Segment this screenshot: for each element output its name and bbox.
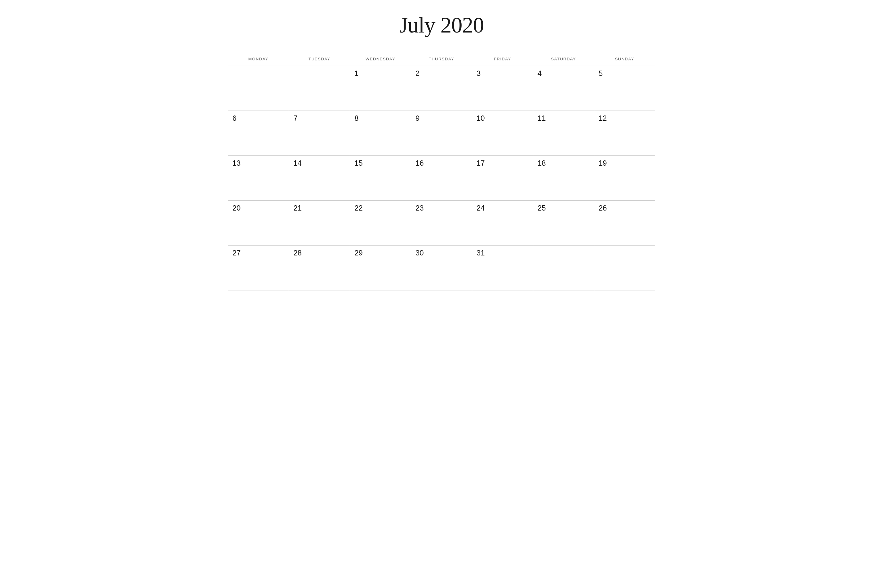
calendar-cell-1-6: 4 <box>533 66 594 111</box>
calendar-cell-4-5: 24 <box>472 201 533 246</box>
day-header-monday: MONDAY <box>228 54 289 66</box>
day-number: 13 <box>232 159 241 167</box>
calendar-cell-5-3: 29 <box>350 246 411 291</box>
day-number: 7 <box>293 114 298 122</box>
day-header-wednesday: WEDNESDAY <box>350 54 411 66</box>
calendar-cell-5-2: 28 <box>289 246 350 291</box>
calendar-cell-2-2: 7 <box>289 111 350 156</box>
day-number: 26 <box>599 204 607 212</box>
calendar-cell-5-7 <box>594 246 655 291</box>
day-number: 28 <box>293 249 302 257</box>
calendar-cell-4-2: 21 <box>289 201 350 246</box>
calendar-cell-3-2: 14 <box>289 156 350 201</box>
calendar-cell-4-6: 25 <box>533 201 594 246</box>
calendar-cell-1-2 <box>289 66 350 111</box>
calendar-week-row-1: 12345 <box>228 66 655 111</box>
day-number: 20 <box>232 204 241 212</box>
calendar-cell-2-5: 10 <box>472 111 533 156</box>
calendar-grid: MONDAYTUESDAYWEDNESDAYTHURSDAYFRIDAYSATU… <box>228 54 655 335</box>
day-number: 3 <box>477 69 481 77</box>
calendar-week-row-4: 20212223242526 <box>228 201 655 246</box>
calendar-cell-3-3: 15 <box>350 156 411 201</box>
calendar-cell-6-4 <box>411 291 472 335</box>
calendar-cell-6-1 <box>228 291 289 335</box>
calendar-cell-3-1: 13 <box>228 156 289 201</box>
day-number: 5 <box>599 69 603 77</box>
calendar-cell-5-5: 31 <box>472 246 533 291</box>
day-number: 31 <box>477 249 485 257</box>
calendar-week-row-5: 2728293031 <box>228 246 655 291</box>
calendar-cell-5-4: 30 <box>411 246 472 291</box>
calendar-cell-2-7: 12 <box>594 111 655 156</box>
calendar-cell-6-3 <box>350 291 411 335</box>
calendar-cell-3-6: 18 <box>533 156 594 201</box>
calendar-cell-3-5: 17 <box>472 156 533 201</box>
day-number: 14 <box>293 159 302 167</box>
calendar-cell-1-4: 2 <box>411 66 472 111</box>
day-header-thursday: THURSDAY <box>411 54 472 66</box>
calendar-cell-6-5 <box>472 291 533 335</box>
calendar-week-row-3: 13141516171819 <box>228 156 655 201</box>
calendar-week-row-2: 6789101112 <box>228 111 655 156</box>
day-headers-row: MONDAYTUESDAYWEDNESDAYTHURSDAYFRIDAYSATU… <box>228 54 655 66</box>
day-number: 18 <box>537 159 546 167</box>
day-number: 30 <box>415 249 424 257</box>
day-number: 17 <box>477 159 485 167</box>
calendar-cell-2-6: 11 <box>533 111 594 156</box>
calendar-cell-1-7: 5 <box>594 66 655 111</box>
calendar-container: MONDAYTUESDAYWEDNESDAYTHURSDAYFRIDAYSATU… <box>228 54 655 335</box>
calendar-cell-6-6 <box>533 291 594 335</box>
calendar-cell-4-1: 20 <box>228 201 289 246</box>
calendar-title: July 2020 <box>399 12 484 38</box>
day-number: 11 <box>537 114 546 122</box>
day-number: 24 <box>477 204 485 212</box>
day-header-saturday: SATURDAY <box>533 54 594 66</box>
calendar-cell-1-5: 3 <box>472 66 533 111</box>
calendar-cell-3-7: 19 <box>594 156 655 201</box>
calendar-cell-4-7: 26 <box>594 201 655 246</box>
calendar-cell-6-2 <box>289 291 350 335</box>
calendar-cell-3-4: 16 <box>411 156 472 201</box>
calendar-cell-5-1: 27 <box>228 246 289 291</box>
day-header-sunday: SUNDAY <box>594 54 655 66</box>
day-number: 4 <box>537 69 542 77</box>
day-number: 15 <box>355 159 363 167</box>
day-number: 25 <box>537 204 546 212</box>
calendar-body: 1234567891011121314151617181920212223242… <box>228 66 655 335</box>
day-number: 27 <box>232 249 241 257</box>
day-number: 6 <box>232 114 236 122</box>
day-number: 8 <box>355 114 358 122</box>
day-number: 16 <box>415 159 424 167</box>
day-number: 19 <box>599 159 607 167</box>
day-header-friday: FRIDAY <box>472 54 533 66</box>
day-number: 12 <box>599 114 607 122</box>
calendar-cell-2-4: 9 <box>411 111 472 156</box>
calendar-cell-4-3: 22 <box>350 201 411 246</box>
calendar-cell-5-6 <box>533 246 594 291</box>
day-number: 29 <box>355 249 363 257</box>
day-number: 9 <box>415 114 420 122</box>
calendar-cell-4-4: 23 <box>411 201 472 246</box>
day-number: 21 <box>293 204 302 212</box>
day-number: 2 <box>415 69 420 77</box>
calendar-cell-1-3: 1 <box>350 66 411 111</box>
day-number: 1 <box>355 69 358 77</box>
calendar-cell-2-3: 8 <box>350 111 411 156</box>
calendar-week-row-6 <box>228 291 655 335</box>
day-header-tuesday: TUESDAY <box>289 54 350 66</box>
day-number: 10 <box>477 114 485 122</box>
calendar-cell-1-1 <box>228 66 289 111</box>
day-number: 23 <box>415 204 424 212</box>
calendar-cell-2-1: 6 <box>228 111 289 156</box>
day-number: 22 <box>355 204 363 212</box>
calendar-cell-6-7 <box>594 291 655 335</box>
